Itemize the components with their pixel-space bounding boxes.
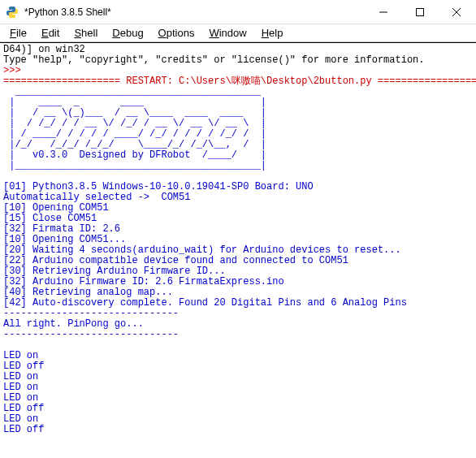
menu-edit[interactable]: Edit [35, 25, 66, 41]
log-line: [20] Waiting 4 seconds(arduino_wait) for… [3, 244, 401, 256]
menubar: File Edit Shell Debug Options Window Hel… [0, 24, 476, 42]
ascii-art: | / ____/ / / / / ____/ /_/ / / / / /_/ … [3, 128, 266, 140]
log-line: [15] Close COM51 [3, 213, 97, 224]
log-line: [10] Opening COM51 [3, 202, 109, 214]
log-line: [22] Arduino compatible device found and… [3, 255, 348, 266]
console-output[interactable]: D64)] on win32 Type "help", "copyright",… [0, 42, 476, 458]
maximize-button[interactable] [401, 0, 438, 24]
blank-line [3, 339, 9, 351]
log-line: [01] Python3.8.5 Windows-10-10.0.19041-S… [3, 181, 314, 192]
menu-window[interactable]: Window [202, 25, 253, 41]
menu-shell[interactable]: Shell [67, 25, 104, 41]
led-line: LED on [3, 371, 38, 382]
ascii-art: |_______________________________________… [3, 160, 266, 171]
ascii-art: | ____ _ ____ | [3, 97, 266, 108]
restart-line: ==================== RESTART: C:\Users\咪… [3, 76, 476, 87]
led-line: LED off [3, 424, 44, 435]
line: D64)] on win32 [3, 44, 85, 55]
app-icon [5, 5, 19, 19]
led-line: LED off [3, 403, 44, 414]
log-line: [32] Firmata ID: 2.6 [3, 223, 120, 235]
log-line: [10] Opening COM51... [3, 234, 126, 245]
menu-file[interactable]: File [3, 25, 33, 41]
line: Type "help", "copyright", "credits" or "… [3, 54, 424, 66]
svg-rect-1 [416, 8, 423, 15]
log-line: [42] Auto-discovery complete. Found 20 D… [3, 297, 407, 309]
separator: ------------------------------ [3, 329, 179, 340]
close-button[interactable] [438, 0, 474, 24]
log-line: [40] Retrieving analog map... [3, 287, 173, 298]
menu-debug[interactable]: Debug [106, 25, 149, 41]
window-title: *Python 3.8.5 Shell* [24, 6, 365, 18]
minimize-button[interactable] [365, 0, 401, 24]
status-line: All right. PinPong go... [3, 318, 144, 330]
ascii-art: | / /_/ / / __ \/ /_/ / __ \/ __ \/ __ \… [3, 118, 266, 129]
log-line: Automatically selected -> COM51 [3, 192, 190, 203]
separator: ------------------------------ [3, 308, 179, 319]
led-line: LED on [3, 392, 38, 404]
menu-help[interactable]: Help [255, 25, 290, 41]
ascii-art: | / __ \(_)___ / __ \____ ____ ____ | [3, 107, 266, 119]
ascii-art: |/_/ /_/_/ /_/_/ \____/_/ /_/\__, / | [3, 139, 266, 150]
led-line: LED on [3, 413, 38, 425]
led-line: LED off [3, 361, 44, 372]
led-line: LED on [3, 350, 38, 361]
prompt: >>> [3, 65, 27, 76]
ascii-art: | v0.3.0 Designed by DFRobot /____/ | [3, 149, 266, 161]
menu-options[interactable]: Options [152, 25, 201, 41]
ascii-art [3, 171, 9, 182]
log-line: [32] Arduino Firmware ID: 2.6 FirmataExp… [3, 276, 284, 287]
titlebar: *Python 3.8.5 Shell* [0, 0, 476, 24]
window-controls [365, 0, 474, 24]
led-line: LED on [3, 382, 38, 393]
ascii-art: ________________________________________… [3, 86, 261, 97]
log-line: [30] Retrieving Arduino Firmware ID... [3, 266, 226, 277]
